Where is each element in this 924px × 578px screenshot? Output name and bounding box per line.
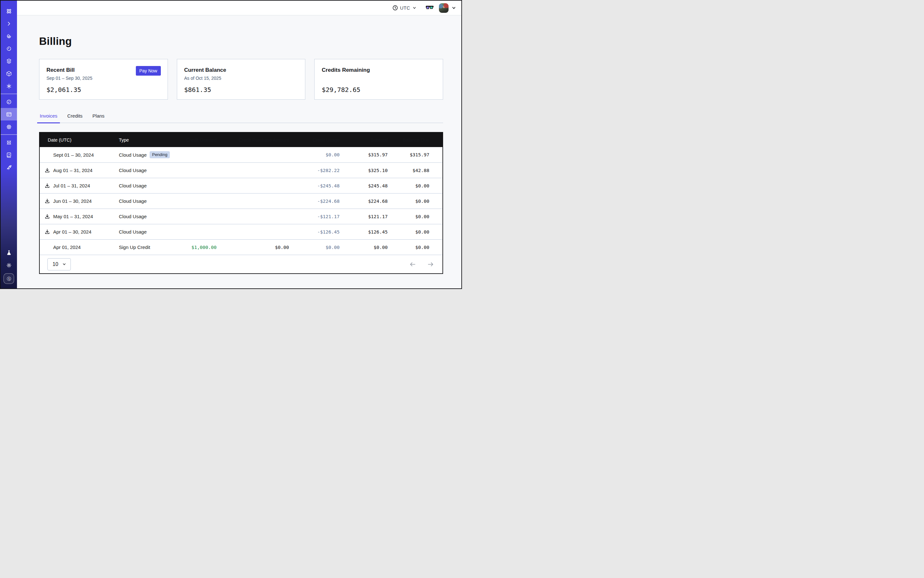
billing-tabs: InvoicesCreditsPlans [39, 113, 443, 123]
credit-usage-value: $0.00 [289, 152, 339, 157]
invoice-period: Aug 01 – 31, 2024 [53, 167, 93, 173]
asterisk-icon[interactable] [1, 80, 17, 92]
sidebar-item-usage-gauge[interactable] [1, 96, 17, 108]
balance-due-value: $0.00 [388, 229, 429, 235]
3d-glasses-icon[interactable] [425, 5, 434, 11]
card-subtitle [322, 76, 435, 81]
subtotal-value: $325.10 [339, 168, 388, 173]
invoice-type: Cloud Usage [119, 229, 147, 235]
credit-purchase-value: $0.00 [217, 245, 289, 250]
sidebar-item-helm[interactable] [1, 136, 17, 149]
pay-now-button[interactable]: Pay Now [136, 66, 161, 76]
balance-due-value: $0.00 [388, 183, 429, 188]
credit-usage-value: -$121.17 [289, 214, 339, 219]
credits-remaining-card: Credits Remaining $29,782.65 [314, 59, 443, 100]
arrow-left-icon [409, 261, 416, 268]
timezone-select[interactable]: UTC [393, 5, 416, 11]
credit-usage-value: -$245.48 [289, 183, 339, 188]
cube-icon[interactable] [1, 67, 17, 80]
card-subtitle: As of Oct 15, 2025 [184, 76, 298, 81]
download-icon [44, 198, 50, 204]
pagination-controls [409, 261, 434, 268]
credit-usage-value: -$282.22 [289, 168, 339, 173]
page-size-select[interactable]: 10 [47, 258, 71, 270]
balance-due-value: $0.00 [388, 245, 429, 250]
svg-text:$: $ [8, 277, 10, 280]
invoice-row: Sept 01 – 30, 2024 Cloud Usage Pending $… [40, 147, 442, 162]
invoice-type: Cloud Usage [119, 183, 147, 188]
table-header-row: Date (UTC) Type Credit Granted Credit Pu… [40, 133, 442, 147]
sidebar-item-theme-toggle[interactable] [1, 259, 17, 271]
credit-usage-value: -$224.68 [289, 199, 339, 204]
subtotal-value: $121.17 [339, 214, 388, 219]
invoice-period: Jul 01 – 31, 2024 [53, 183, 90, 188]
chevron-down-icon [62, 262, 66, 266]
recent-bill-amount: $2,061.35 [47, 86, 160, 94]
sidebar-item-billing[interactable] [1, 108, 17, 120]
current-balance-card: Current Balance As of Oct 15, 2025 $861.… [177, 59, 306, 100]
credit-usage-value: -$126.45 [289, 229, 339, 235]
invoice-period: Sept 01 – 30, 2024 [53, 152, 94, 157]
layers-icon[interactable] [1, 55, 17, 67]
current-balance-amount: $861.35 [184, 86, 298, 94]
account-menu-chevron[interactable] [451, 5, 456, 10]
credit-granted-value: $1,000.00 [166, 245, 217, 250]
download-icon [44, 183, 50, 188]
summary-cards: Recent Bill Sep 01 – Sep 30, 2025 $2,061… [39, 59, 443, 100]
clock-icon [393, 5, 398, 11]
download-invoice-button[interactable] [44, 213, 50, 220]
download-invoice-button[interactable] [44, 167, 50, 174]
tab-plans[interactable]: Plans [92, 113, 106, 123]
download-icon [44, 167, 50, 173]
download-invoice-button[interactable] [44, 198, 50, 205]
invoices-table: Date (UTC) Type Credit Granted Credit Pu… [39, 132, 443, 274]
balance-due-value: $315.97 [388, 152, 429, 157]
download-invoice-button[interactable] [44, 183, 50, 189]
invoice-period: Jun 01 – 30, 2024 [53, 198, 92, 204]
balance-due-value: $0.00 [388, 214, 429, 219]
invoice-type: Cloud Usage [119, 167, 147, 173]
balance-due-value: $0.00 [388, 199, 429, 204]
page-size-value: 10 [52, 261, 58, 267]
next-page-button[interactable] [427, 261, 434, 268]
col-subtotal: Subtotal [339, 138, 388, 143]
subtotal-value: $126.45 [339, 229, 388, 235]
invoice-type: Cloud Usage [119, 198, 147, 204]
tab-credits[interactable]: Credits [67, 113, 83, 123]
subtotal-value: $245.48 [339, 183, 388, 188]
avatar[interactable] [439, 3, 448, 13]
credits-badge-button[interactable]: $ [3, 273, 14, 284]
sidebar-item-experiments[interactable] [1, 247, 17, 259]
sidebar: $ [1, 1, 17, 288]
timer-icon[interactable] [1, 42, 17, 55]
download-invoice-button[interactable] [44, 229, 50, 235]
pending-badge: Pending [149, 151, 170, 158]
balance-due-value: $42.88 [388, 168, 429, 173]
download-icon [44, 214, 50, 219]
sidebar-divider [1, 94, 17, 94]
invoice-period: Apr 01, 2024 [53, 244, 81, 250]
main-area: UTC Billing [17, 1, 461, 288]
subtotal-value: $315.97 [339, 152, 388, 157]
topbar: UTC [17, 1, 461, 15]
sidebar-item-rocket[interactable] [1, 161, 17, 174]
table-body: Sept 01 – 30, 2024 Cloud Usage Pending $… [40, 147, 442, 255]
table-footer: 10 [40, 255, 442, 273]
spiral-icon[interactable] [1, 30, 17, 42]
sidebar-divider [1, 134, 17, 135]
col-credit-granted: Credit Granted [166, 138, 217, 143]
chevron-down-icon [412, 6, 416, 10]
sidebar-item-settings[interactable] [1, 120, 17, 133]
invoice-type: Cloud Usage [119, 152, 147, 157]
col-type: Type [119, 138, 166, 143]
sidebar-item-docs[interactable] [1, 149, 17, 161]
credits-remaining-amount: $29,782.65 [322, 86, 435, 94]
tab-invoices[interactable]: Invoices [39, 113, 58, 123]
invoice-type: Cloud Usage [119, 214, 147, 219]
previous-page-button[interactable] [409, 261, 416, 268]
chevron-right-icon[interactable] [1, 17, 17, 30]
recent-bill-card: Recent Bill Sep 01 – Sep 30, 2025 $2,061… [39, 59, 168, 100]
download-icon [44, 229, 50, 235]
modal-logo[interactable] [1, 5, 17, 17]
page-title: Billing [39, 35, 443, 47]
